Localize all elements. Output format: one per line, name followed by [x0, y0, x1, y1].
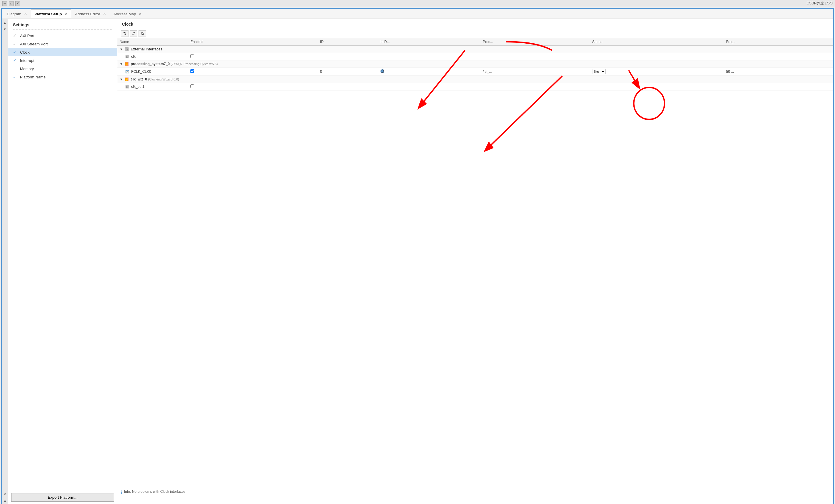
sort-desc-button[interactable]: ⇵ [130, 31, 137, 37]
tab-diagram[interactable]: Diagram ✕ [3, 9, 30, 18]
side-settings-icon[interactable]: ⚙ [2, 498, 8, 503]
table-header-row: Name Enabled ID Is D... [117, 38, 833, 46]
clk-isdriver-cell [378, 53, 481, 60]
settings-label-clock: Clock [20, 50, 30, 55]
editor-toolbar: ⇅ ⇵ ⧉ [117, 29, 833, 38]
sort-asc-button[interactable]: ⇅ [121, 31, 128, 37]
settings-label-axi-port: AXI Port [20, 34, 34, 38]
side-close-icon[interactable]: ✕ [2, 491, 8, 497]
fclk-status-select[interactable]: fixe auto [592, 69, 606, 74]
tab-address-map-label: Address Map [114, 12, 136, 16]
clk-name: clk [131, 55, 136, 59]
clk-out1-enabled-checkbox[interactable] [190, 84, 194, 88]
fclk-id-cell: 0 [318, 68, 378, 76]
section-external-interfaces: ▼ □ External Interfaces [117, 46, 833, 53]
processing-system-label: processing_system7_0 [131, 62, 170, 66]
settings-item-axi-stream-port[interactable]: ✓ AXI Stream Port [8, 40, 117, 48]
settings-item-platform-name[interactable]: ✓ Platform Name [8, 73, 117, 81]
settings-label-axi-stream-port: AXI Stream Port [20, 42, 48, 46]
col-freq: Freq... [724, 38, 833, 46]
tab-address-editor-label: Address Editor [75, 12, 100, 16]
section-clk-wiz-0: ▼ ⚡ clk_wiz_0 (Clocking Wizard:6.0) [117, 76, 833, 83]
side-arrow-down-icon[interactable]: ▼ [2, 26, 8, 32]
fclk-isdriver-radio[interactable] [381, 69, 384, 73]
settings-panel: Settings ✓ AXI Port ✓ AXI Stream Port ✓ … [8, 19, 117, 504]
clk-out1-icon: □ [126, 85, 129, 88]
clk-enabled-checkbox[interactable] [190, 54, 194, 58]
settings-label-memory: Memory [20, 67, 34, 71]
check-icon-interrupt: ✓ [13, 58, 18, 63]
settings-item-memory[interactable]: ✓ Memory [8, 64, 117, 73]
fclk-name: FCLK_CLK0 [131, 69, 151, 74]
clk-freq-cell [724, 53, 833, 60]
close-button[interactable]: ✕ [15, 1, 20, 6]
tab-address-editor[interactable]: Address Editor ✕ [71, 9, 110, 18]
clk-wiz-label: clk_wiz_0 [131, 77, 147, 81]
check-icon-axi-port: ✓ [13, 33, 18, 38]
side-arrow-up-icon[interactable]: ▲ [2, 20, 8, 25]
clk-out1-id-cell [318, 83, 378, 90]
check-icon-axi-stream-port: ✓ [13, 42, 18, 46]
col-is-driver: Is D... [378, 38, 481, 46]
tab-diagram-label: Diagram [7, 12, 21, 16]
side-icon-strip: ▲ ▼ ✕ ⚙ [2, 19, 8, 504]
tab-diagram-close[interactable]: ✕ [24, 12, 27, 16]
clock-table: Name Enabled ID Is D... [117, 38, 833, 90]
col-status: Status [590, 38, 724, 46]
clock-table-container: Name Enabled ID Is D... [117, 38, 833, 487]
tab-bar: Diagram ✕ Platform Setup ✕ Address Edito… [2, 9, 833, 19]
settings-label-platform-name: Platform Name [20, 75, 46, 79]
clk-out1-isdriver-cell [378, 83, 481, 90]
settings-item-clock[interactable]: ✓ Clock [8, 48, 117, 56]
tab-platform-setup-close[interactable]: ✕ [65, 12, 67, 16]
tab-address-map[interactable]: Address Map ✕ [110, 9, 146, 18]
main-window: Diagram ✕ Platform Setup ✕ Address Edito… [1, 8, 834, 504]
external-interfaces-label: External Interfaces [131, 47, 162, 51]
check-icon-platform-name: ✓ [13, 75, 18, 79]
content-area: ▲ ▼ ✕ ⚙ Settings ✓ AXI Port ✓ AXI Stream… [2, 19, 833, 504]
clk-out1-proc-cell [481, 83, 590, 90]
info-icon: ℹ [121, 490, 122, 495]
clk-status-cell [590, 53, 724, 60]
external-interfaces-icon: □ [125, 47, 128, 51]
export-btn-area: Export Platform... [8, 490, 117, 504]
maximize-button[interactable]: □ [9, 1, 14, 6]
col-proc: Proc... [481, 38, 590, 46]
status-text: CSDN@途 1/6/8 [807, 1, 833, 6]
clk-icon: □ [126, 55, 129, 58]
export-platform-button[interactable]: Export Platform... [11, 493, 114, 502]
clk-out1-status-cell [590, 83, 724, 90]
expand-clk-wiz-btn[interactable]: ▼ [120, 78, 123, 81]
expand-external-interfaces-btn[interactable]: ▼ [120, 47, 123, 51]
check-icon-clock: ✓ [13, 50, 18, 55]
table-row-fclk-clk0: 🕐 FCLK_CLK0 0 /rst_... [117, 68, 833, 76]
clk-out1-freq-cell [724, 83, 833, 90]
expand-processing-system-btn[interactable]: ▼ [120, 62, 123, 66]
settings-label-interrupt: Interrupt [20, 58, 34, 63]
editor-title: Clock [117, 19, 833, 29]
clk-out1-name: clk_out1 [131, 85, 144, 89]
col-id: ID [318, 38, 378, 46]
settings-item-axi-port[interactable]: ✓ AXI Port [8, 32, 117, 40]
window-controls: ─ □ ✕ [2, 1, 20, 6]
section-processing-system7-0: ▼ ⚡ processing_system7_0 (ZYNQ7 Processi… [117, 60, 833, 68]
fclk-proc-cell: /rst_... [481, 68, 590, 76]
fclk-enabled-checkbox[interactable] [190, 69, 194, 73]
settings-item-interrupt[interactable]: ✓ Interrupt [8, 56, 117, 64]
copy-button[interactable]: ⧉ [139, 31, 146, 37]
clk-id-cell [318, 53, 378, 60]
tab-address-map-close[interactable]: ✕ [139, 12, 141, 16]
info-message: Info: No problems with Clock interfaces. [124, 489, 186, 494]
processing-system-sublabel: (ZYNQ7 Processing System:5.5) [171, 62, 218, 66]
fclk-freq-cell: 50 ... [726, 69, 734, 74]
table-row-clk: □ clk [117, 53, 833, 60]
title-bar: ─ □ ✕ CSDN@途 1/6/8 [0, 0, 835, 7]
minimize-button[interactable]: ─ [2, 1, 7, 6]
tab-platform-setup[interactable]: Platform Setup ✕ [30, 9, 71, 18]
tab-address-editor-close[interactable]: ✕ [103, 12, 106, 16]
table-row-clk-out1: □ clk_out1 [117, 83, 833, 90]
settings-title: Settings [8, 19, 117, 29]
clk-wiz-icon: ⚡ [125, 78, 128, 81]
editor-panel: Clock ⇅ ⇵ ⧉ Name [117, 19, 833, 504]
editor-panel-wrapper: Clock ⇅ ⇵ ⧉ Name [117, 19, 833, 504]
